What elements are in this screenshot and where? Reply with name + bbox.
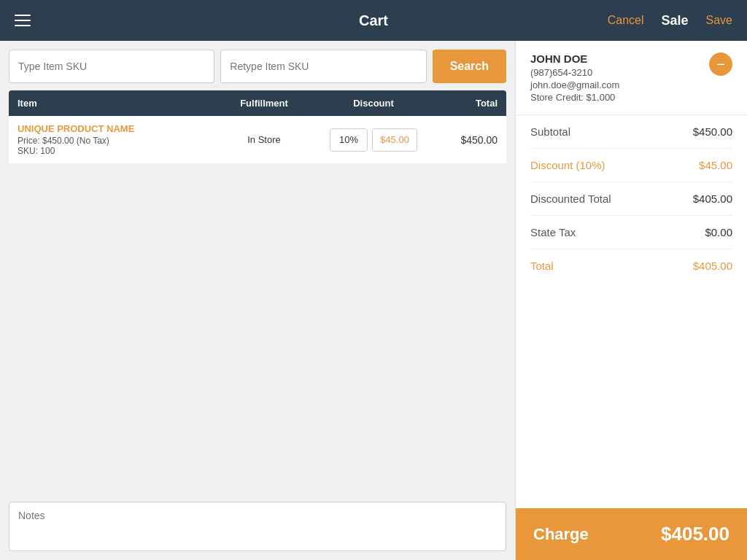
discount-pct-input[interactable]	[330, 128, 368, 152]
item-name: UNIQUE PRODUCT NAME	[18, 123, 206, 134]
customer-email: john.doe@gmail.com	[530, 79, 619, 90]
notes-input[interactable]	[9, 502, 506, 551]
total-label: Total	[530, 260, 554, 272]
charge-button[interactable]: Charge $405.00	[516, 508, 747, 560]
charge-label: Charge	[533, 525, 589, 544]
discounted-total-label: Discounted Total	[530, 192, 611, 205]
remove-customer-button[interactable]: −	[709, 52, 732, 76]
discount-row: Discount (10%) $45.00	[530, 149, 732, 182]
customer-credit: Store Credit: $1,000	[530, 92, 619, 103]
col-discount: Discount	[322, 98, 425, 109]
item-price: Price: $450.00 (No Tax)	[18, 136, 206, 146]
cart-table: Item Fulfillment Discount Total UNIQUE P…	[9, 90, 506, 164]
page-title: Cart	[359, 12, 388, 29]
subtotal-value: $450.00	[693, 125, 732, 138]
discounted-total-value: $405.00	[693, 192, 732, 205]
main-layout: Search Item Fulfillment Discount Total U…	[0, 41, 747, 560]
discounted-total-row: Discounted Total $405.00	[530, 182, 732, 216]
subtotal-row: Subtotal $450.00	[530, 115, 732, 149]
table-row: UNIQUE PRODUCT NAME Price: $450.00 (No T…	[9, 116, 506, 164]
total-cell: $450.00	[425, 134, 498, 146]
sku-row: Search	[9, 50, 506, 83]
order-summary: Subtotal $450.00 Discount (10%) $45.00 D…	[516, 115, 747, 508]
search-button[interactable]: Search	[433, 50, 506, 83]
right-panel: JOHN DOE (987)654-3210 john.doe@gmail.co…	[515, 41, 747, 560]
total-row: Total $405.00	[530, 249, 732, 282]
fulfillment-cell: In Store	[206, 134, 322, 145]
save-button[interactable]: Save	[706, 14, 732, 27]
cancel-button[interactable]: Cancel	[608, 14, 644, 27]
col-fulfillment: Fulfillment	[206, 98, 322, 109]
header-left	[15, 15, 31, 26]
discount-value: $45.00	[699, 159, 732, 171]
left-panel: Search Item Fulfillment Discount Total U…	[0, 41, 515, 560]
menu-icon[interactable]	[15, 15, 31, 26]
subtotal-label: Subtotal	[530, 125, 570, 138]
customer-info: JOHN DOE (987)654-3210 john.doe@gmail.co…	[530, 52, 619, 103]
item-sku: SKU: 100	[18, 146, 206, 156]
state-tax-label: State Tax	[530, 226, 576, 238]
sku1-input[interactable]	[9, 50, 214, 83]
header: Cart Cancel Sale Save	[0, 0, 747, 41]
discount-amt-input[interactable]	[372, 128, 417, 152]
sale-label: Sale	[662, 13, 689, 28]
discount-label: Discount (10%)	[530, 159, 605, 171]
table-header: Item Fulfillment Discount Total	[9, 90, 506, 116]
state-tax-row: State Tax $0.00	[530, 216, 732, 249]
col-total: Total	[425, 98, 498, 109]
sku2-input[interactable]	[220, 50, 426, 83]
customer-phone: (987)654-3210	[530, 67, 619, 78]
customer-name: JOHN DOE	[530, 52, 619, 65]
state-tax-value: $0.00	[705, 226, 732, 238]
discount-cell	[322, 128, 425, 152]
item-info: UNIQUE PRODUCT NAME Price: $450.00 (No T…	[18, 123, 206, 156]
col-item: Item	[18, 98, 206, 109]
total-value: $405.00	[693, 260, 732, 272]
header-right: Cancel Sale Save	[608, 13, 732, 28]
customer-section: JOHN DOE (987)654-3210 john.doe@gmail.co…	[516, 41, 747, 115]
charge-amount: $405.00	[661, 523, 729, 545]
